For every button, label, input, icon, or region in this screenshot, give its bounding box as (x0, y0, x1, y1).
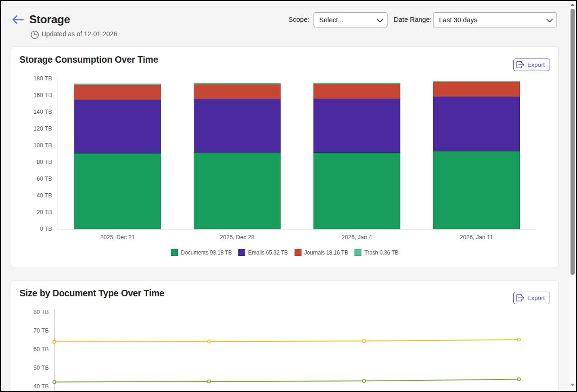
svg-text:80 TB: 80 TB (33, 309, 49, 315)
svg-text:2026, Jan 11: 2026, Jan 11 (460, 234, 493, 241)
svg-text:120 TB: 120 TB (33, 125, 52, 132)
svg-text:2026, Jan 4: 2026, Jan 4 (341, 234, 372, 241)
svg-text:0 TB: 0 TB (40, 226, 52, 232)
svg-text:80 TB: 80 TB (37, 159, 52, 165)
svg-text:140 TB: 140 TB (33, 109, 52, 115)
svg-text:160 TB: 160 TB (33, 92, 52, 98)
svg-text:2025, Dec 28: 2025, Dec 28 (220, 234, 254, 241)
svg-text:60 TB: 60 TB (33, 346, 49, 353)
svg-text:20 TB: 20 TB (37, 209, 52, 216)
svg-text:40 TB: 40 TB (37, 192, 52, 199)
svg-text:60 TB: 60 TB (37, 176, 52, 182)
svg-text:2025, Dec 21: 2025, Dec 21 (100, 234, 135, 241)
svg-text:100 TB: 100 TB (33, 142, 52, 149)
svg-text:70 TB: 70 TB (33, 327, 49, 334)
svg-text:50 TB: 50 TB (33, 365, 49, 371)
svg-text:180 TB: 180 TB (33, 75, 52, 82)
svg-text:40 TB: 40 TB (33, 383, 49, 390)
